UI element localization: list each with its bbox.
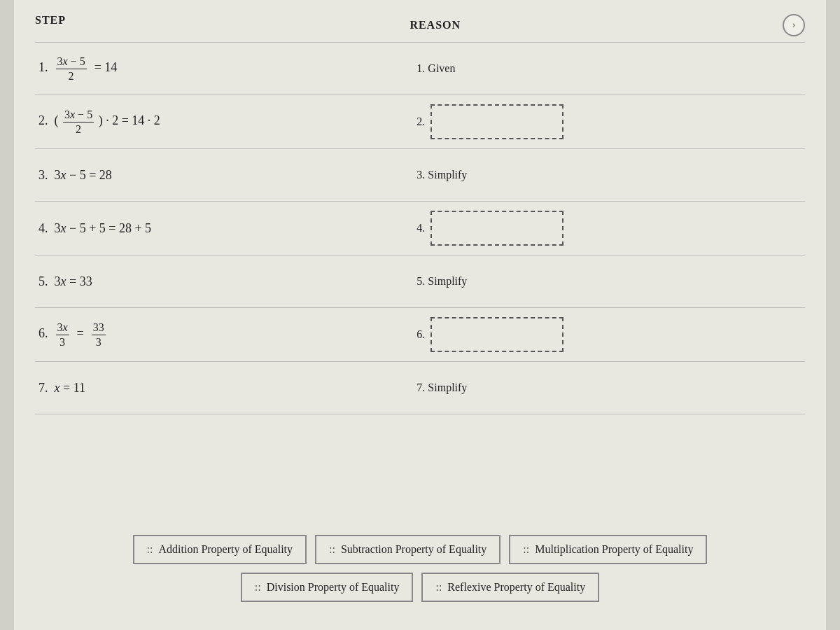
- drag-icon-addition: ::: [147, 543, 153, 556]
- step-header-label: STEP: [35, 14, 66, 26]
- step-expr-3: 3x − 5 = 28: [55, 168, 112, 182]
- step-expr-5: 3x = 33: [55, 274, 92, 288]
- reason-number-2: 2.: [416, 115, 425, 128]
- tile-addition[interactable]: :: Addition Property of Equality: [133, 535, 307, 564]
- reason-cell-4: 4.: [410, 207, 805, 249]
- drag-icon-subtraction: ::: [329, 543, 335, 556]
- step-cell-3: 3. 3x − 5 = 28: [35, 164, 410, 186]
- tiles-row-1: :: Addition Property of Equality :: Subt…: [133, 535, 708, 564]
- proof-row-4: 4. 3x − 5 + 5 = 28 + 5 4.: [35, 202, 805, 255]
- tile-multiplication[interactable]: :: Multiplication Property of Equality: [509, 535, 707, 564]
- step-number-1: 1.: [38, 60, 51, 74]
- step-number-5: 5.: [38, 274, 51, 288]
- step-number-6: 6.: [38, 326, 51, 340]
- tile-division-label: Division Property of Equality: [267, 581, 400, 594]
- step-number-4: 4.: [38, 221, 51, 235]
- reason-dropzone-6[interactable]: [430, 317, 564, 352]
- step-number-2: 2.: [38, 113, 51, 127]
- reason-cell-3: 3. Simplify: [410, 165, 805, 185]
- header-row: STEP REASON ›: [35, 14, 805, 43]
- tile-addition-label: Addition Property of Equality: [158, 543, 293, 556]
- tile-division[interactable]: :: Division Property of Equality: [241, 573, 414, 602]
- proof-row-1: 1. 3x − 5 2 = 14 1. Given: [35, 43, 805, 95]
- reason-number-4: 4.: [416, 222, 425, 234]
- tile-multiplication-label: Multiplication Property of Equality: [535, 543, 693, 556]
- proof-row-2: 2. ( 3x − 5 2 ) · 2 = 14 · 2 2.: [35, 95, 805, 149]
- reason-dropzone-4[interactable]: [430, 211, 564, 246]
- step-cell-1: 1. 3x − 5 2 = 14: [35, 51, 410, 85]
- reason-text-7: 7. Simplify: [416, 382, 467, 394]
- reason-cell-5: 5. Simplify: [410, 272, 805, 291]
- step-expr-7: x = 11: [55, 381, 85, 395]
- proof-row-3: 3. 3x − 5 = 28 3. Simplify: [35, 149, 805, 202]
- tiles-row-2: :: Division Property of Equality :: Refl…: [241, 573, 599, 602]
- drag-icon-reflexive: ::: [435, 581, 442, 594]
- reason-text-1: 1. Given: [416, 62, 455, 75]
- nav-next-button[interactable]: ›: [783, 14, 805, 36]
- step-cell-6: 6. 3x 3 = 33 3: [35, 317, 410, 351]
- fraction-3x-5-over-2-paren: 3x − 5 2: [63, 108, 94, 135]
- step-expr-4: 3x − 5 + 5 = 28 + 5: [55, 221, 152, 235]
- step-cell-2: 2. ( 3x − 5 2 ) · 2 = 14 · 2: [35, 104, 410, 139]
- reason-cell-7: 7. Simplify: [410, 378, 805, 398]
- step-cell-5: 5. 3x = 33: [35, 271, 410, 293]
- step-cell-4: 4. 3x − 5 + 5 = 28 + 5: [35, 218, 410, 239]
- drag-icon-division: ::: [255, 581, 261, 594]
- step-header-cell: STEP: [35, 14, 410, 27]
- drag-icon-multiplication: ::: [523, 543, 529, 556]
- proof-row-7: 7. x = 11 7. Simplify: [35, 362, 805, 414]
- step-expr-6: 3x 3 = 33 3: [55, 326, 107, 340]
- step-number-3: 3.: [38, 168, 51, 182]
- fraction-3x-over-3: 3x 3: [56, 321, 69, 348]
- proof-row-5: 5. 3x = 33 5. Simplify: [35, 255, 805, 308]
- reason-cell-2: 2.: [410, 101, 805, 143]
- main-container: STEP REASON › 1. 3x − 5 2 = 14 1. Given …: [14, 0, 826, 630]
- step-number-7: 7.: [38, 381, 51, 395]
- reason-header-label: REASON: [410, 19, 461, 31]
- fraction-33-over-3: 33 3: [92, 321, 106, 348]
- reason-cell-6: 6.: [410, 314, 805, 356]
- tile-reflexive[interactable]: :: Reflexive Property of Equality: [421, 573, 599, 602]
- reason-dropzone-2[interactable]: [430, 104, 564, 139]
- step-cell-7: 7. x = 11: [35, 377, 410, 399]
- reason-cell-1: 1. Given: [410, 59, 805, 78]
- fraction-3x-5-over-2: 3x − 5 2: [56, 55, 87, 82]
- tile-subtraction[interactable]: :: Subtraction Property of Equality: [315, 535, 500, 564]
- reason-text-5: 5. Simplify: [416, 275, 467, 288]
- tile-reflexive-label: Reflexive Property of Equality: [447, 581, 585, 594]
- reason-number-6: 6.: [416, 328, 425, 341]
- drag-tiles-area: :: Addition Property of Equality :: Subt…: [14, 528, 826, 609]
- proof-row-6: 6. 3x 3 = 33 3 6.: [35, 308, 805, 362]
- reason-header-cell: REASON ›: [410, 14, 805, 36]
- reason-text-3: 3. Simplify: [416, 169, 467, 181]
- step-expr-2: ( 3x − 5 2 ) · 2 = 14 · 2: [55, 113, 160, 127]
- step-expr-1: 3x − 5 2 = 14: [55, 60, 118, 74]
- tile-subtraction-label: Subtraction Property of Equality: [341, 543, 486, 556]
